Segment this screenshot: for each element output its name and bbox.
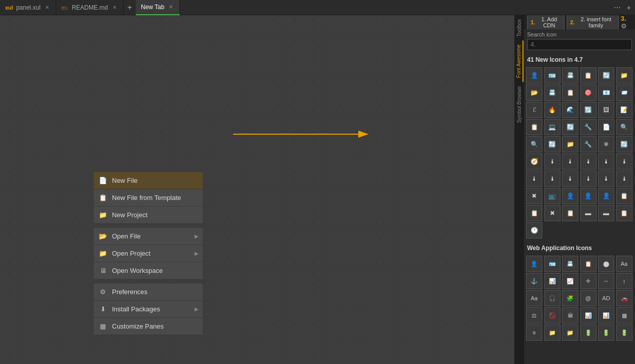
new-icon-cell[interactable]: 🌡 (562, 171, 578, 187)
web-icon-cell[interactable]: 🚗 (616, 290, 632, 306)
new-icon-cell[interactable]: ✖ (544, 205, 561, 221)
new-icon-cell[interactable]: 🔍 (616, 119, 632, 135)
web-icon-cell[interactable]: ≡ (526, 325, 542, 341)
new-icon-cell[interactable]: 🎯 (580, 85, 596, 101)
new-icon-cell[interactable]: 🧭 (526, 153, 542, 170)
menu-item-customize-panes[interactable]: ▦ Customize Panes (94, 318, 203, 335)
web-icon-cell[interactable]: 🔋 (598, 325, 614, 341)
sidebar-label-toolbox[interactable]: Toolbox (515, 15, 523, 41)
new-icon-cell[interactable]: 🌊 (562, 102, 578, 118)
menu-item-new-file-template[interactable]: 📋 New File from Template (94, 189, 203, 207)
new-icon-cell[interactable]: 🌡 (616, 171, 632, 187)
new-icon-cell[interactable]: 👤 (580, 188, 596, 204)
new-icon-cell[interactable]: 📇 (562, 67, 578, 84)
new-icon-cell[interactable]: 📋 (562, 205, 578, 221)
new-icon-cell[interactable]: 📋 (616, 188, 632, 204)
tab-panel-xul[interactable]: xul panel.xul ✕ (0, 0, 56, 15)
tab-close-new[interactable]: ✕ (167, 4, 174, 10)
new-icon-cell[interactable]: ▬ (598, 205, 614, 221)
web-icon-cell[interactable]: 🏛 (562, 307, 578, 323)
menu-item-new-file[interactable]: 📄 New File (94, 172, 203, 189)
new-icon-cell[interactable]: 🔃 (580, 102, 596, 118)
web-icon-cell[interactable]: AD (598, 290, 614, 306)
new-icon-cell[interactable]: 📁 (616, 67, 632, 84)
web-icon-cell[interactable]: 🪪 (544, 256, 561, 272)
new-icon-cell[interactable]: ℰ (526, 102, 542, 118)
new-icon-cell[interactable]: ❄ (598, 136, 614, 152)
tab-readme-md[interactable]: m↓ README.md ✕ (56, 0, 124, 15)
new-icon-cell[interactable]: 🔄 (562, 119, 578, 135)
new-icon-cell[interactable]: 👤 (598, 188, 614, 204)
new-icon-cell[interactable]: 📋 (526, 119, 542, 135)
new-icon-cell[interactable]: 📨 (616, 85, 632, 101)
new-icon-cell[interactable]: 📋 (616, 205, 632, 221)
tab-new-tab[interactable]: New Tab ✕ (136, 0, 180, 15)
new-icon-cell[interactable]: 👤 (562, 188, 578, 204)
web-icon-cell[interactable]: 📊 (580, 307, 596, 323)
new-icon-cell[interactable]: 🌡 (562, 153, 578, 170)
menu-item-new-project[interactable]: 📁 New Project (94, 207, 203, 224)
new-icon-cell[interactable]: 🔧 (580, 136, 596, 152)
web-icon-cell[interactable]: ▦ (616, 307, 632, 323)
web-icon-cell[interactable]: Aa (526, 290, 542, 306)
new-icon-cell[interactable]: 💻 (544, 119, 561, 135)
new-icon-cell[interactable]: ▬ (580, 205, 596, 221)
new-icon-cell[interactable]: 🔥 (544, 102, 561, 118)
new-icon-cell[interactable]: 📇 (544, 85, 561, 101)
web-icon-cell[interactable]: 📊 (544, 273, 561, 289)
add-tab-icon[interactable]: + (625, 3, 633, 13)
new-icon-cell[interactable]: 🔄 (598, 67, 614, 84)
search-input[interactable] (527, 39, 632, 50)
menu-item-preferences[interactable]: ⚙ Preferences (94, 284, 203, 301)
tab-close-panel-xul[interactable]: ✕ (44, 4, 51, 11)
new-icon-cell[interactable]: 📄 (598, 119, 614, 135)
insert-font-button[interactable]: 2. 2. insert font family (567, 15, 619, 30)
new-icon-cell[interactable]: 🌡 (544, 153, 561, 170)
web-icon-cell[interactable]: 🔋 (616, 325, 632, 341)
new-icon-cell[interactable]: 📁 (562, 136, 578, 152)
new-icon-cell[interactable]: 🪪 (544, 67, 561, 84)
overflow-icon[interactable]: ⋯ (612, 3, 623, 13)
new-icon-cell[interactable]: 🌡 (580, 153, 596, 170)
web-icon-cell[interactable]: ↕ (616, 273, 632, 289)
add-cdn-button[interactable]: 1. 1. Add CDN (527, 15, 565, 30)
new-icon-cell[interactable]: 🌡 (580, 171, 596, 187)
new-icon-cell[interactable]: 🕐 (526, 222, 542, 238)
web-icon-cell[interactable]: 📁 (544, 325, 561, 341)
new-icon-cell[interactable]: 📝 (616, 102, 632, 118)
tab-close-readme[interactable]: ✕ (111, 4, 118, 11)
web-icon-cell[interactable]: 👤 (526, 256, 542, 272)
web-icon-cell[interactable]: 📈 (562, 273, 578, 289)
new-icon-cell[interactable]: 🌡 (616, 153, 632, 170)
gear-icon[interactable]: 3. ⚙ (621, 15, 632, 30)
menu-item-open-file[interactable]: 📂 Open File ▶ (94, 228, 203, 245)
web-icon-cell[interactable]: Aa (616, 256, 632, 272)
sidebar-label-font-awesome[interactable]: Font Awesome (515, 41, 524, 82)
menu-item-open-workspace[interactable]: 🖥 Open Workspace (94, 262, 203, 279)
menu-item-install-packages[interactable]: ⬇ Install Packages ▶ (94, 301, 203, 318)
web-icon-cell[interactable]: ⚓ (526, 273, 542, 289)
web-icon-cell[interactable]: 📇 (562, 256, 578, 272)
web-icon-cell[interactable]: ↔ (598, 273, 614, 289)
web-icon-cell[interactable]: 🔋 (580, 325, 596, 341)
new-icon-cell[interactable]: 🔍 (526, 136, 542, 152)
web-icon-cell[interactable]: 📊 (598, 307, 614, 323)
new-icon-cell[interactable]: 📂 (526, 85, 542, 101)
web-icon-cell[interactable]: ✛ (580, 273, 596, 289)
new-icon-cell[interactable]: 🌡 (544, 171, 561, 187)
new-icon-cell[interactable]: 🔧 (580, 119, 596, 135)
web-icon-cell[interactable]: 🎧 (544, 290, 561, 306)
new-icon-cell[interactable]: 📺 (544, 188, 561, 204)
new-icon-cell[interactable]: 📋 (580, 67, 596, 84)
new-icon-cell[interactable]: 🌡 (526, 171, 542, 187)
web-icon-cell[interactable]: 📁 (562, 325, 578, 341)
web-icon-cell[interactable]: 🧩 (562, 290, 578, 306)
new-icon-cell[interactable]: 🔄 (544, 136, 561, 152)
web-icon-cell[interactable]: @ (580, 290, 596, 306)
new-icon-cell[interactable]: 📋 (562, 85, 578, 101)
new-icon-cell[interactable]: 🖼 (598, 102, 614, 118)
new-icon-cell[interactable]: 🌡 (598, 171, 614, 187)
new-icon-cell[interactable]: 👤 (526, 67, 542, 84)
new-icon-cell[interactable]: ✖ (526, 188, 542, 204)
new-tab-btn[interactable]: + (124, 2, 136, 14)
